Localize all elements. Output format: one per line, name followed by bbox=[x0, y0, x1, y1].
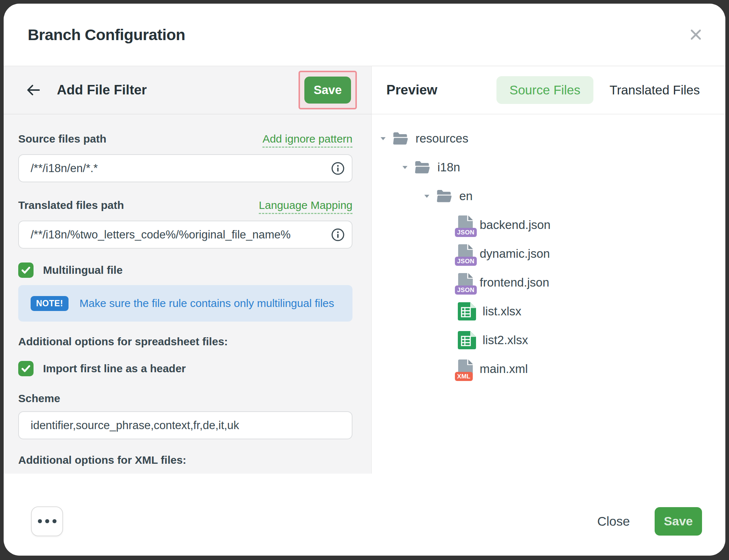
info-icon[interactable] bbox=[331, 161, 345, 176]
note-text: Make sure the file rule contains only mu… bbox=[79, 297, 334, 310]
caret-down-icon[interactable] bbox=[400, 163, 410, 171]
source-files-path-label: Source files path bbox=[18, 133, 106, 145]
tree-item-label: list2.xlsx bbox=[483, 333, 528, 347]
multilingual-file-label: Multilingual file bbox=[43, 264, 122, 276]
tree-item-en[interactable]: en bbox=[372, 182, 725, 210]
translated-files-path-label: Translated files path bbox=[18, 199, 124, 211]
tree-item-file[interactable]: list2.xlsx bbox=[372, 326, 725, 354]
screen-background: Branch Configuration Add File Filter bbox=[0, 0, 729, 560]
json-file-icon: JSON bbox=[458, 244, 473, 263]
source-files-path-field bbox=[18, 154, 352, 182]
filter-header-title: Add File Filter bbox=[57, 82, 299, 98]
folder-icon bbox=[414, 160, 431, 175]
modal-footer: Close Save bbox=[4, 474, 725, 556]
tree-item-i18n[interactable]: i18n bbox=[372, 153, 725, 182]
import-first-line-label: Import first line as a header bbox=[43, 362, 186, 375]
branch-configuration-modal: Branch Configuration Add File Filter bbox=[4, 4, 725, 556]
folder-icon bbox=[436, 189, 453, 203]
tree-item-label: dynamic.json bbox=[480, 247, 550, 261]
tree-item-file[interactable]: JSON frontend.json bbox=[372, 268, 725, 297]
tree-item-file[interactable]: JSON backend.json bbox=[372, 210, 725, 239]
json-badge: JSON bbox=[455, 257, 477, 266]
tree-item-label: frontend.json bbox=[480, 276, 549, 289]
caret-down-icon[interactable] bbox=[378, 135, 388, 143]
file-filter-form: Source files path Add ignore pattern bbox=[4, 114, 371, 474]
json-badge: JSON bbox=[455, 228, 477, 237]
json-file-icon: JSON bbox=[458, 215, 473, 234]
xml-options-heading: Additional options for XML files: bbox=[18, 454, 352, 466]
tree-item-label: main.xml bbox=[480, 362, 528, 376]
modal-title: Branch Configuration bbox=[28, 26, 687, 44]
ellipsis-icon bbox=[52, 519, 56, 523]
tree-item-file[interactable]: JSON dynamic.json bbox=[372, 239, 725, 268]
source-files-path-input[interactable] bbox=[18, 154, 352, 182]
import-first-line-row: Import first line as a header bbox=[18, 361, 352, 376]
file-tree: resources i18n bbox=[372, 114, 725, 383]
translated-files-path-input[interactable] bbox=[18, 221, 352, 249]
note-badge: NOTE! bbox=[31, 296, 69, 311]
multilingual-note: NOTE! Make sure the file rule contains o… bbox=[18, 285, 352, 322]
file-filter-header: Add File Filter Save bbox=[4, 66, 371, 114]
close-button[interactable]: Close bbox=[595, 514, 632, 529]
tree-item-label: list.xlsx bbox=[483, 304, 521, 318]
xml-file-icon: XML bbox=[458, 359, 473, 378]
add-ignore-pattern-link[interactable]: Add ignore pattern bbox=[262, 133, 352, 148]
tree-item-label: backend.json bbox=[480, 218, 550, 232]
preview-title: Preview bbox=[386, 82, 496, 98]
modal-save-button[interactable]: Save bbox=[655, 507, 702, 536]
modal-content: Add File Filter Save Source files path A… bbox=[4, 66, 725, 474]
tab-translated-files[interactable]: Translated Files bbox=[609, 76, 700, 104]
xlsx-file-icon bbox=[458, 331, 476, 349]
json-file-icon: JSON bbox=[458, 273, 473, 292]
ellipsis-icon bbox=[45, 519, 49, 523]
json-badge: JSON bbox=[455, 285, 477, 295]
xml-badge: XML bbox=[455, 372, 473, 381]
scheme-label: Scheme bbox=[18, 392, 352, 405]
tree-item-file[interactable]: XML main.xml bbox=[372, 354, 725, 383]
tree-item-label: i18n bbox=[437, 160, 460, 174]
file-filter-panel: Add File Filter Save Source files path A… bbox=[4, 66, 372, 474]
scheme-input[interactable] bbox=[18, 411, 352, 439]
spreadsheet-options-heading: Additional options for spreadsheet files… bbox=[18, 335, 352, 348]
back-arrow-icon[interactable] bbox=[25, 81, 42, 99]
caret-down-icon[interactable] bbox=[422, 192, 432, 200]
folder-icon bbox=[392, 131, 409, 146]
close-icon[interactable] bbox=[687, 26, 704, 43]
language-mapping-link[interactable]: Language Mapping bbox=[259, 199, 352, 214]
multilingual-file-row: Multilingual file bbox=[18, 262, 352, 278]
preview-panel: Preview Source Files Translated Files bbox=[372, 66, 725, 474]
more-options-button[interactable] bbox=[31, 506, 63, 536]
modal-titlebar: Branch Configuration bbox=[4, 4, 725, 66]
info-icon[interactable] bbox=[331, 228, 345, 242]
tree-item-file[interactable]: list.xlsx bbox=[372, 297, 725, 326]
scheme-field bbox=[18, 411, 352, 439]
tree-item-label: resources bbox=[416, 132, 468, 145]
import-first-line-checkbox[interactable] bbox=[18, 361, 34, 376]
tree-item-label: en bbox=[459, 189, 473, 203]
ellipsis-icon bbox=[38, 519, 42, 523]
preview-header: Preview Source Files Translated Files bbox=[372, 66, 725, 114]
save-button-highlight: Save bbox=[299, 71, 357, 109]
preview-tabs: Source Files Translated Files bbox=[496, 76, 700, 104]
multilingual-file-checkbox[interactable] bbox=[18, 262, 34, 278]
tab-source-files[interactable]: Source Files bbox=[496, 76, 594, 104]
translated-files-path-field bbox=[18, 221, 352, 249]
tree-item-resources[interactable]: resources bbox=[372, 124, 725, 153]
filter-save-button[interactable]: Save bbox=[304, 77, 351, 104]
xlsx-file-icon bbox=[458, 302, 476, 320]
